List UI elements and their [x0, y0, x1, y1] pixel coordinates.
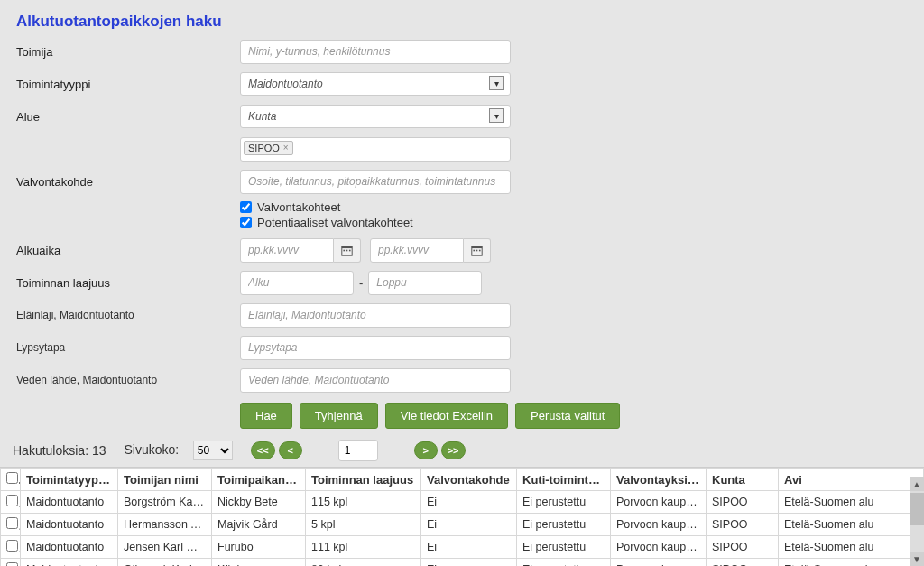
row-checkbox[interactable] [6, 495, 18, 506]
scrollbar[interactable]: ▲ ▼ [910, 477, 924, 566]
potentiaaliset-label: Potentiaaliset valvontakohteet [257, 216, 413, 229]
valvontakohteet-label: Valvontakohteet [257, 200, 340, 214]
cell-kunta: SIPOO [707, 536, 779, 559]
first-page-button[interactable]: << [251, 441, 275, 459]
elainlaji-input[interactable] [240, 303, 511, 328]
cell-kohde: Ei [421, 536, 517, 559]
cell-nimi: Jensen Karl Chri [118, 536, 212, 559]
pagesize-select[interactable]: 50 [193, 441, 233, 460]
elainlaji-label: Eläinlaji, Maidontuotanto [16, 309, 240, 321]
table-row[interactable]: MaidontuotantoOljemark Karl-eriKäsis89 k… [1, 559, 924, 567]
cell-avi: Etelä-Suomen alu [779, 536, 924, 559]
last-page-button[interactable]: >> [441, 441, 466, 459]
perusta-button[interactable]: Perusta valitut [515, 403, 620, 429]
cell-kuti: Ei perustettu [517, 514, 611, 536]
cell-nimi: Oljemark Karl-eri [118, 559, 212, 567]
cell-kuti: Ei perustettu [517, 559, 611, 567]
search-form: Toimija Toimintatyyppi Maidontuotanto ▾ … [0, 38, 924, 429]
col-avi[interactable]: Avi [779, 469, 924, 491]
svg-rect-3 [346, 249, 348, 251]
cell-kuti: Ei perustettu [517, 536, 611, 559]
valvontakohde-input[interactable] [240, 170, 511, 194]
scroll-down-icon[interactable]: ▼ [910, 552, 924, 566]
toimija-input[interactable] [240, 40, 511, 64]
cell-kohde: Ei [421, 491, 517, 514]
row-checkbox[interactable] [6, 517, 18, 529]
page-title: Alkutuotantopaikkojen haku [0, 0, 924, 38]
next-page-button[interactable]: > [414, 441, 438, 459]
table-row[interactable]: MaidontuotantoBorgström Karl HNickby Bet… [1, 491, 924, 514]
alkuaika-to-input[interactable] [370, 238, 464, 263]
potentiaaliset-checkbox[interactable] [240, 217, 252, 228]
cell-toimintatyyppi: Maidontuotanto [21, 491, 118, 514]
col-toimijan-nimi[interactable]: Toimijan nimi [118, 469, 212, 491]
cell-laajuus: 111 kpl [306, 536, 421, 559]
cell-laajuus: 5 kpl [306, 514, 421, 536]
lypsytapa-input[interactable] [240, 336, 511, 360]
cell-kohde: Ei [421, 514, 517, 536]
results-table-wrap: Toimintatyyppi ▲▼ Toimijan nimi Toimipai… [0, 467, 924, 566]
svg-rect-9 [479, 249, 481, 251]
valvontakohde-label: Valvontakohde [16, 175, 240, 189]
lypsytapa-label: Lypsytapa [16, 341, 240, 354]
cell-toimintatyyppi: Maidontuotanto [21, 514, 118, 536]
cell-paikka: Majvik Gård [212, 514, 306, 536]
table-row[interactable]: MaidontuotantoHermansson AtteMajvik Gård… [1, 514, 924, 536]
scroll-up-icon[interactable]: ▲ [910, 477, 924, 491]
col-kunta[interactable]: Kunta [707, 469, 779, 491]
col-valvontayksikko[interactable]: Valvontayksi… [611, 469, 707, 491]
hae-button[interactable]: Hae [240, 403, 292, 429]
cell-avi: Etelä-Suomen alu [779, 559, 924, 567]
alue-tagbox[interactable]: SIPOO × [240, 137, 511, 162]
toimintatyyppi-label: Toimintatyyppi [16, 78, 240, 91]
cell-avi: Etelä-Suomen alu [779, 491, 924, 514]
veden-label: Veden lähde, Maidontuotanto [16, 374, 240, 386]
laajuus-label: Toiminnan laajuus [16, 276, 240, 290]
scroll-thumb[interactable] [910, 493, 924, 525]
prev-page-button[interactable]: < [279, 441, 302, 459]
svg-rect-7 [473, 249, 475, 251]
laajuus-from-input[interactable] [240, 271, 354, 295]
valvontakohteet-checkbox[interactable] [240, 201, 252, 213]
svg-rect-1 [342, 246, 352, 247]
cell-yksikko: Porvoon kaupunk [611, 491, 707, 514]
results-table: Toimintatyyppi ▲▼ Toimijan nimi Toimipai… [0, 468, 924, 566]
toimintatyyppi-select[interactable]: Maidontuotanto [240, 72, 511, 96]
alue-select[interactable]: Kunta [240, 105, 511, 128]
cell-avi: Etelä-Suomen alu [779, 514, 924, 536]
veden-input[interactable] [240, 368, 511, 393]
page-number-input[interactable] [338, 440, 378, 461]
row-checkbox[interactable] [6, 562, 18, 566]
col-toimintatyyppi[interactable]: Toimintatyyppi ▲▼ [21, 469, 118, 491]
cell-paikka: Furubo [212, 536, 306, 559]
col-kuti[interactable]: Kuti-toimint… [517, 469, 611, 491]
result-count: Hakutuloksia: 13 [13, 443, 106, 458]
alue-label: Alue [16, 110, 240, 124]
alkuaika-label: Alkuaika [16, 244, 240, 257]
row-checkbox[interactable] [6, 540, 18, 552]
col-toimipaikan[interactable]: Toimipaikan… [212, 469, 306, 491]
cell-kuti: Ei perustettu [517, 491, 611, 514]
calendar-icon[interactable] [334, 238, 361, 263]
svg-rect-2 [343, 249, 345, 251]
table-row[interactable]: MaidontuotantoJensen Karl ChriFurubo111 … [1, 536, 924, 559]
col-laajuus[interactable]: Toiminnan laajuus [306, 469, 421, 491]
alue-tag[interactable]: SIPOO × [244, 141, 293, 155]
svg-rect-6 [472, 246, 482, 247]
cell-paikka: Käsis [212, 559, 306, 567]
calendar-icon[interactable] [464, 238, 491, 263]
cell-kohde: Ei [421, 559, 517, 567]
select-all-checkbox[interactable] [6, 472, 18, 484]
excel-button[interactable]: Vie tiedot Exceliin [385, 403, 508, 429]
alkuaika-from-input[interactable] [240, 238, 334, 263]
cell-laajuus: 89 kpl [306, 559, 421, 567]
tyhjenna-button[interactable]: Tyhjennä [300, 403, 378, 429]
cell-kunta: SIPOO [707, 559, 779, 567]
close-icon[interactable]: × [283, 143, 289, 153]
alue-tag-label: SIPOO [248, 143, 280, 153]
laajuus-to-input[interactable] [368, 271, 482, 295]
col-valvontakohde[interactable]: Valvontakohde [421, 469, 517, 491]
cell-nimi: Hermansson Atte [118, 514, 212, 536]
cell-yksikko: Porvoon kaupunk [611, 559, 707, 567]
svg-rect-8 [476, 249, 478, 251]
